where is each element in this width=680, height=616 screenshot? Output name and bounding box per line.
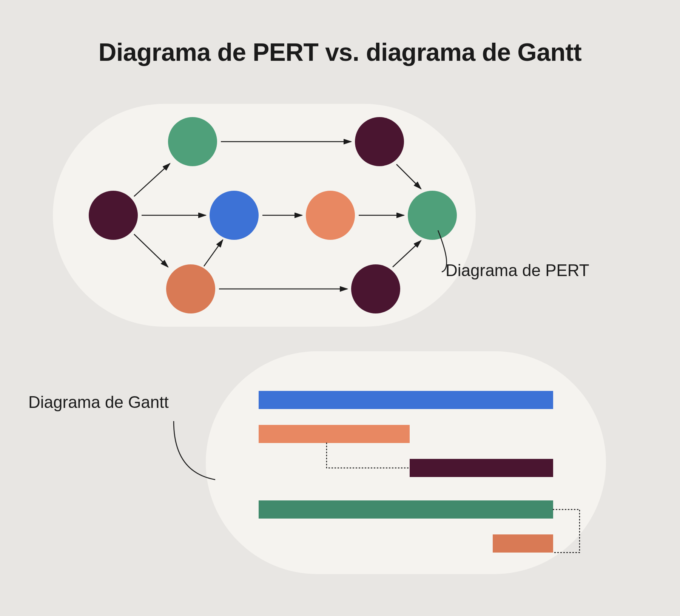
svg-line-2 (134, 234, 168, 267)
pert-node-start (89, 191, 138, 240)
pert-node-top2 (355, 117, 404, 166)
gantt-bar-2 (259, 425, 410, 443)
svg-line-8 (396, 164, 421, 189)
gantt-label: Diagrama de Gantt (28, 393, 169, 412)
pert-node-end (408, 191, 457, 240)
pert-node-bot2 (351, 264, 400, 313)
svg-line-4 (204, 240, 223, 266)
pert-node-top1 (168, 117, 217, 166)
pert-node-mid2 (306, 191, 355, 240)
svg-line-9 (393, 241, 421, 267)
gantt-bar-4 (259, 500, 553, 519)
gantt-bar-5 (493, 534, 553, 553)
gantt-bar-3 (410, 459, 553, 477)
gantt-container (206, 351, 606, 574)
pert-label: Diagrama de PERT (446, 261, 589, 280)
svg-line-0 (134, 164, 170, 196)
gantt-bar-1 (259, 391, 553, 409)
pert-node-mid1 (210, 191, 259, 240)
pert-container (53, 104, 476, 327)
pert-node-bot1 (166, 264, 215, 313)
page-title: Diagrama de PERT vs. diagrama de Gantt (0, 38, 680, 66)
